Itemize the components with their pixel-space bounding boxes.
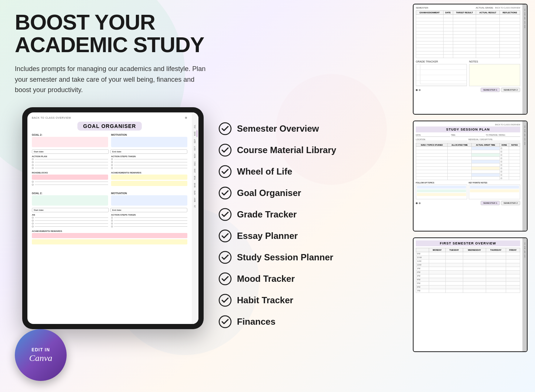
tablet-back-btn[interactable]: BACK TO CLASS OVERVIEW: [32, 116, 71, 119]
sem-col-fri: FRIDAY: [506, 248, 520, 252]
tab-semester-1[interactable]: SEMESTER 1: [481, 88, 500, 92]
radio-14: [32, 226, 108, 227]
study-dot-1: [416, 202, 418, 204]
radio-12: [32, 220, 108, 222]
checklist-item-7: Mood Tracker: [218, 272, 359, 285]
tablet-header: BACK TO CLASS OVERVIEW ⊕: [32, 116, 187, 119]
motivation2-input: [111, 195, 187, 206]
study-content: BACK TO CLASS OVERVIEW STUDY SESSION PLA…: [414, 121, 527, 207]
study-prepare: TO PREPARE / BRING:: [486, 134, 520, 137]
month-ju[interactable]: JU: [193, 204, 197, 209]
month-mar[interactable]: MAR: [193, 182, 197, 189]
table-row: 10 AM: [416, 256, 520, 260]
table-row: ☐: [416, 177, 520, 180]
study-sidebar-4: OCT: [524, 137, 526, 141]
month-jan[interactable]: JAN: [193, 168, 197, 174]
radio-2: [32, 161, 108, 163]
radio-5: [111, 158, 187, 160]
grade-footer: SEMESTER 1 SEMESTER 2: [416, 88, 520, 92]
study-meta-row: DATE: TIME: TO PREPARE / BRING:: [416, 134, 520, 137]
month-oct[interactable]: OCT: [193, 145, 197, 152]
roadblock-block-1: [32, 175, 108, 180]
table-row: [416, 38, 520, 41]
checklist-label-3: Goal Organiser: [237, 188, 301, 198]
goal1-right: MOTIVATION: [111, 134, 187, 147]
month-nov[interactable]: NOV: [193, 152, 197, 159]
radio-15: [111, 217, 187, 219]
check-icon-7: [218, 272, 232, 285]
table-row: 11AM: [416, 260, 520, 263]
study-col-2: ALLOCATED TIME: [448, 143, 472, 147]
checklist-label-4: Grade Tracker: [237, 209, 297, 220]
grade-semester-label: SEMESTER:: [416, 7, 429, 9]
goal2-right: MOTIVATION: [111, 192, 187, 206]
checklist-label-7: Mood Tracker: [237, 274, 295, 284]
study-title: STUDY SESSION PLAN: [416, 126, 520, 132]
radio-8: [111, 167, 187, 169]
table-row: 4PM: [416, 278, 520, 282]
tab-buttons: SEMESTER 1 SEMESTER 2: [481, 88, 520, 92]
table-row: ☐: [416, 153, 520, 157]
grade-chart: GRADE TRACKER: [416, 60, 467, 86]
month-dec[interactable]: DEC: [193, 160, 197, 167]
month-feb[interactable]: FEB: [193, 175, 197, 181]
month-apr[interactable]: APR: [193, 189, 197, 196]
table-row: ☐: [416, 150, 520, 153]
radio-4: [32, 167, 108, 169]
checklist-item-1: Course Material Library: [218, 143, 359, 157]
tablet-content: BACK TO CLASS OVERVIEW ⊕ GOAL ORGANISER …: [27, 112, 192, 324]
check-icon-1: [218, 143, 232, 157]
study-sidebar-3: SEP: [524, 133, 526, 137]
radio-7: [111, 164, 187, 166]
grade-col-2: DATE: [443, 11, 453, 15]
sem-col-mon: MONDAY: [429, 248, 446, 252]
study-time: TIME:: [451, 134, 485, 137]
action-steps: ACTION STEPS TAKEN: [111, 155, 187, 170]
nav-dot-1: [416, 89, 418, 91]
check-icon-8: [218, 294, 232, 307]
grade-col-3: TARGET RESULT: [453, 11, 476, 15]
study-tab-1[interactable]: SEMESTER 1: [481, 201, 500, 205]
grade-tracker-title: GRADE TRACKER: [416, 60, 467, 63]
achievement-yellow-1: [32, 239, 187, 244]
table-row: [416, 28, 520, 31]
month-sep[interactable]: SEP: [193, 138, 197, 145]
radio-1: [32, 158, 108, 160]
canva-logo-text: Canva: [29, 353, 53, 363]
checklist-item-4: Grade Tracker: [218, 208, 359, 221]
tablet-month-sidebar: JUL AUG SEP OCT NOV DEC JAN FEB MAR APR …: [192, 112, 198, 324]
follow-up-col: FOLLOW UP TOPICS: [416, 182, 467, 199]
table-row: 1PM: [416, 267, 520, 271]
previews-section: JUL AUG SEP OCT NOV SEMESTER: ACTUAL GRA…: [413, 4, 528, 352]
table-row: ☐: [416, 170, 520, 173]
semester-preview-wrapper: JUL AUG SEP OCT FIRST SEMESTER OVERVIEW …: [413, 237, 528, 352]
checklist-section: Semester Overview Course Material Librar…: [218, 122, 359, 337]
checklist-item-8: Habit Tracker: [218, 294, 359, 307]
action-steps-2: ACTION STEPS TAKEN: [111, 214, 187, 229]
month-may[interactable]: MAY: [193, 196, 197, 203]
table-row: [416, 18, 520, 21]
checklist-item-5: Essay Planner: [218, 229, 359, 243]
check-icon-2: [218, 165, 232, 178]
grade-tracker-preview-wrapper: JUL AUG SEP OCT NOV SEMESTER: ACTUAL GRA…: [413, 4, 528, 115]
goal2-left: GOAL 2:: [32, 192, 108, 206]
table-row: 12AM: [416, 263, 520, 267]
table-row: 2PM: [416, 271, 520, 274]
table-row: [416, 25, 520, 28]
tab-semester-2[interactable]: SEMESTER 2: [501, 88, 520, 92]
study-tab-2[interactable]: SEMESTER 2: [501, 201, 520, 205]
tablet-title: GOAL ORGANISER: [77, 122, 142, 131]
end-date-1: End date:: [110, 149, 187, 154]
study-location: LOCATION:: [416, 138, 468, 141]
sem-sidebar-1: JUL: [524, 242, 526, 245]
goal2-input: [32, 195, 108, 206]
page-subtitle: Includes prompts for managing our academ…: [15, 64, 211, 95]
table-row: 9AM: [416, 252, 520, 256]
roadblocks-section: ROADBLOCKS ACHIEVEMENTS/ REWARDS: [32, 172, 187, 187]
grade-tracker-preview: JUL AUG SEP OCT NOV SEMESTER: ACTUAL GRA…: [413, 4, 528, 115]
check-icon-5: [218, 229, 232, 243]
tablet-outer: BACK TO CLASS OVERVIEW ⊕ GOAL ORGANISER …: [22, 107, 204, 329]
month-aug[interactable]: AUG: [193, 130, 197, 137]
left-section: BOOST YOUR ACADEMIC STUDY Includes promp…: [15, 11, 230, 107]
achievement-block-2: [111, 181, 187, 186]
